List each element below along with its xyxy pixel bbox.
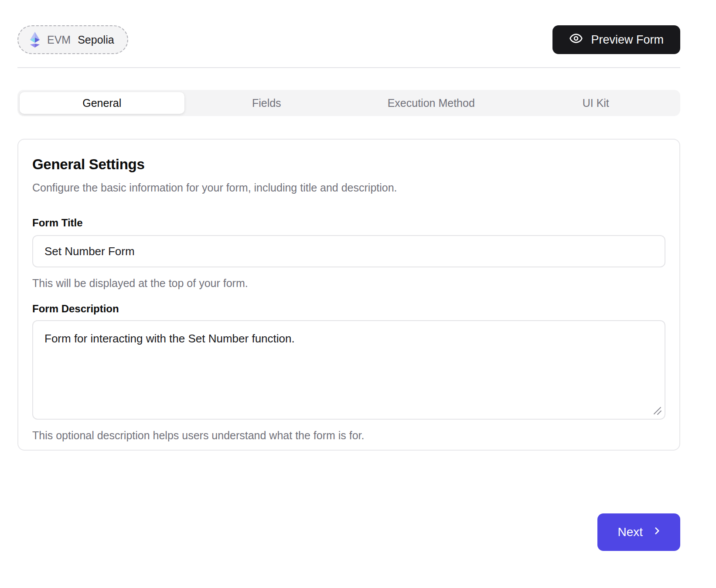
header: EVM Sepolia Preview Form [17,0,680,54]
eye-icon [569,31,583,48]
resize-handle-icon[interactable] [652,406,662,415]
form-description-textarea[interactable]: Form for interacting with the Set Number… [32,320,665,420]
tab-bar: General Fields Execution Method UI Kit [17,90,680,116]
form-description-field: Form for interacting with the Set Number… [32,320,665,420]
ethereum-icon [30,32,40,48]
tab-fields[interactable]: Fields [184,92,349,114]
form-title-label: Form Title [32,217,665,229]
form-title-helper: This will be displayed at the top of you… [32,277,665,290]
form-description-label: Form Description [32,303,665,315]
tab-general[interactable]: General [20,92,184,114]
chevron-right-icon [651,525,663,540]
card-title: General Settings [32,156,665,173]
preview-form-button[interactable]: Preview Form [552,25,680,54]
form-title-input[interactable] [32,235,665,267]
network-badge-protocol: EVM [47,34,71,46]
general-settings-card: General Settings Configure the basic inf… [17,139,680,451]
next-button[interactable]: Next [597,513,680,551]
form-description-helper: This optional description helps users un… [32,429,665,442]
preview-form-label: Preview Form [591,33,664,47]
card-subtitle: Configure the basic information for your… [32,181,665,194]
footer: Next [17,513,680,551]
network-badge[interactable]: EVM Sepolia [17,25,128,54]
network-badge-network: Sepolia [78,34,114,46]
header-divider [17,67,680,68]
tab-ui-kit[interactable]: UI Kit [514,92,678,114]
tab-execution-method[interactable]: Execution Method [349,92,514,114]
page-container: EVM Sepolia Preview Form General Fields … [17,0,680,551]
next-button-label: Next [617,525,643,539]
